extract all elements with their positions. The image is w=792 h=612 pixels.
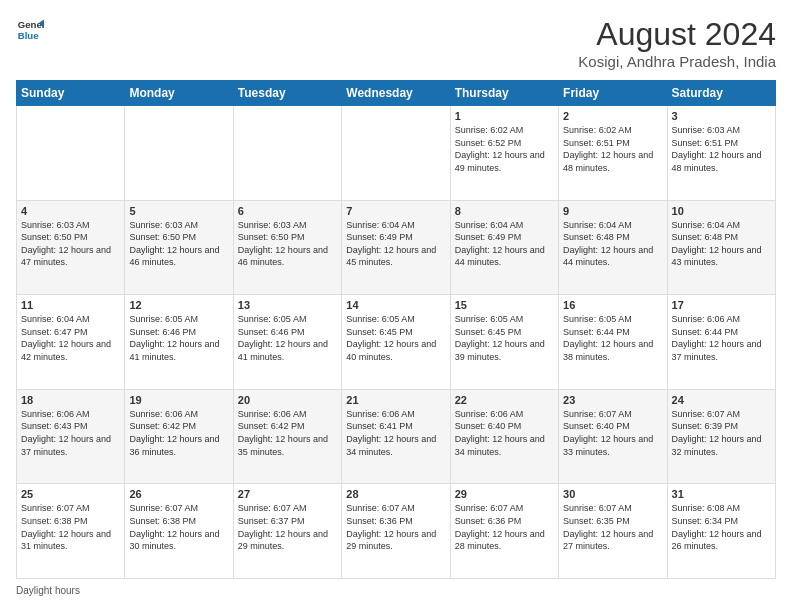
day-info: Sunrise: 6:07 AM Sunset: 6:36 PM Dayligh… [346, 502, 445, 552]
calendar-cell: 2Sunrise: 6:02 AM Sunset: 6:51 PM Daylig… [559, 106, 667, 201]
calendar-cell: 24Sunrise: 6:07 AM Sunset: 6:39 PM Dayli… [667, 389, 775, 484]
calendar-cell: 16Sunrise: 6:05 AM Sunset: 6:44 PM Dayli… [559, 295, 667, 390]
day-info: Sunrise: 6:02 AM Sunset: 6:51 PM Dayligh… [563, 124, 662, 174]
day-info: Sunrise: 6:07 AM Sunset: 6:36 PM Dayligh… [455, 502, 554, 552]
day-info: Sunrise: 6:03 AM Sunset: 6:50 PM Dayligh… [238, 219, 337, 269]
calendar-cell: 6Sunrise: 6:03 AM Sunset: 6:50 PM Daylig… [233, 200, 341, 295]
calendar-cell [17, 106, 125, 201]
day-info: Sunrise: 6:06 AM Sunset: 6:43 PM Dayligh… [21, 408, 120, 458]
day-info: Sunrise: 6:05 AM Sunset: 6:44 PM Dayligh… [563, 313, 662, 363]
calendar-cell: 3Sunrise: 6:03 AM Sunset: 6:51 PM Daylig… [667, 106, 775, 201]
day-number: 15 [455, 299, 554, 311]
calendar-cell: 29Sunrise: 6:07 AM Sunset: 6:36 PM Dayli… [450, 484, 558, 579]
week-row-3: 11Sunrise: 6:04 AM Sunset: 6:47 PM Dayli… [17, 295, 776, 390]
calendar-cell: 26Sunrise: 6:07 AM Sunset: 6:38 PM Dayli… [125, 484, 233, 579]
logo-icon: General Blue [16, 16, 44, 44]
day-info: Sunrise: 6:03 AM Sunset: 6:50 PM Dayligh… [129, 219, 228, 269]
day-number: 30 [563, 488, 662, 500]
weekday-header-monday: Monday [125, 81, 233, 106]
day-number: 14 [346, 299, 445, 311]
day-number: 16 [563, 299, 662, 311]
day-info: Sunrise: 6:04 AM Sunset: 6:48 PM Dayligh… [563, 219, 662, 269]
day-number: 17 [672, 299, 771, 311]
title-block: August 2024 Kosigi, Andhra Pradesh, Indi… [578, 16, 776, 70]
calendar-cell: 23Sunrise: 6:07 AM Sunset: 6:40 PM Dayli… [559, 389, 667, 484]
calendar-cell [342, 106, 450, 201]
header: General Blue August 2024 Kosigi, Andhra … [16, 16, 776, 70]
main-title: August 2024 [578, 16, 776, 53]
day-number: 9 [563, 205, 662, 217]
calendar-cell: 11Sunrise: 6:04 AM Sunset: 6:47 PM Dayli… [17, 295, 125, 390]
day-number: 21 [346, 394, 445, 406]
day-number: 10 [672, 205, 771, 217]
day-number: 25 [21, 488, 120, 500]
day-info: Sunrise: 6:04 AM Sunset: 6:49 PM Dayligh… [346, 219, 445, 269]
day-info: Sunrise: 6:06 AM Sunset: 6:40 PM Dayligh… [455, 408, 554, 458]
day-number: 5 [129, 205, 228, 217]
calendar-cell: 19Sunrise: 6:06 AM Sunset: 6:42 PM Dayli… [125, 389, 233, 484]
day-number: 4 [21, 205, 120, 217]
calendar-cell: 1Sunrise: 6:02 AM Sunset: 6:52 PM Daylig… [450, 106, 558, 201]
day-info: Sunrise: 6:06 AM Sunset: 6:41 PM Dayligh… [346, 408, 445, 458]
calendar-cell: 10Sunrise: 6:04 AM Sunset: 6:48 PM Dayli… [667, 200, 775, 295]
subtitle: Kosigi, Andhra Pradesh, India [578, 53, 776, 70]
day-info: Sunrise: 6:07 AM Sunset: 6:38 PM Dayligh… [129, 502, 228, 552]
weekday-header-saturday: Saturday [667, 81, 775, 106]
day-info: Sunrise: 6:06 AM Sunset: 6:42 PM Dayligh… [238, 408, 337, 458]
day-number: 27 [238, 488, 337, 500]
day-number: 20 [238, 394, 337, 406]
day-number: 31 [672, 488, 771, 500]
day-number: 22 [455, 394, 554, 406]
weekday-header-sunday: Sunday [17, 81, 125, 106]
day-number: 3 [672, 110, 771, 122]
day-number: 12 [129, 299, 228, 311]
day-info: Sunrise: 6:08 AM Sunset: 6:34 PM Dayligh… [672, 502, 771, 552]
day-info: Sunrise: 6:05 AM Sunset: 6:46 PM Dayligh… [129, 313, 228, 363]
calendar-cell: 21Sunrise: 6:06 AM Sunset: 6:41 PM Dayli… [342, 389, 450, 484]
day-number: 19 [129, 394, 228, 406]
calendar-cell: 31Sunrise: 6:08 AM Sunset: 6:34 PM Dayli… [667, 484, 775, 579]
calendar-cell: 22Sunrise: 6:06 AM Sunset: 6:40 PM Dayli… [450, 389, 558, 484]
day-info: Sunrise: 6:03 AM Sunset: 6:51 PM Dayligh… [672, 124, 771, 174]
calendar-cell: 27Sunrise: 6:07 AM Sunset: 6:37 PM Dayli… [233, 484, 341, 579]
calendar-cell: 18Sunrise: 6:06 AM Sunset: 6:43 PM Dayli… [17, 389, 125, 484]
day-number: 7 [346, 205, 445, 217]
weekday-header-row: SundayMondayTuesdayWednesdayThursdayFrid… [17, 81, 776, 106]
calendar-cell: 20Sunrise: 6:06 AM Sunset: 6:42 PM Dayli… [233, 389, 341, 484]
calendar-cell: 12Sunrise: 6:05 AM Sunset: 6:46 PM Dayli… [125, 295, 233, 390]
day-info: Sunrise: 6:06 AM Sunset: 6:44 PM Dayligh… [672, 313, 771, 363]
logo: General Blue [16, 16, 44, 44]
daylight-label: Daylight hours [16, 585, 80, 596]
calendar-cell: 8Sunrise: 6:04 AM Sunset: 6:49 PM Daylig… [450, 200, 558, 295]
calendar-cell: 13Sunrise: 6:05 AM Sunset: 6:46 PM Dayli… [233, 295, 341, 390]
calendar-table: SundayMondayTuesdayWednesdayThursdayFrid… [16, 80, 776, 579]
day-info: Sunrise: 6:07 AM Sunset: 6:40 PM Dayligh… [563, 408, 662, 458]
weekday-header-tuesday: Tuesday [233, 81, 341, 106]
calendar-cell: 15Sunrise: 6:05 AM Sunset: 6:45 PM Dayli… [450, 295, 558, 390]
page: General Blue August 2024 Kosigi, Andhra … [0, 0, 792, 612]
day-number: 2 [563, 110, 662, 122]
day-info: Sunrise: 6:04 AM Sunset: 6:48 PM Dayligh… [672, 219, 771, 269]
day-info: Sunrise: 6:03 AM Sunset: 6:50 PM Dayligh… [21, 219, 120, 269]
day-info: Sunrise: 6:04 AM Sunset: 6:47 PM Dayligh… [21, 313, 120, 363]
svg-text:Blue: Blue [18, 30, 39, 41]
day-number: 18 [21, 394, 120, 406]
calendar-cell: 28Sunrise: 6:07 AM Sunset: 6:36 PM Dayli… [342, 484, 450, 579]
day-number: 28 [346, 488, 445, 500]
day-number: 11 [21, 299, 120, 311]
svg-text:General: General [18, 19, 44, 30]
footer: Daylight hours [16, 585, 776, 596]
calendar-cell: 14Sunrise: 6:05 AM Sunset: 6:45 PM Dayli… [342, 295, 450, 390]
day-number: 26 [129, 488, 228, 500]
day-info: Sunrise: 6:07 AM Sunset: 6:39 PM Dayligh… [672, 408, 771, 458]
day-info: Sunrise: 6:05 AM Sunset: 6:45 PM Dayligh… [455, 313, 554, 363]
day-number: 13 [238, 299, 337, 311]
day-number: 6 [238, 205, 337, 217]
week-row-4: 18Sunrise: 6:06 AM Sunset: 6:43 PM Dayli… [17, 389, 776, 484]
weekday-header-wednesday: Wednesday [342, 81, 450, 106]
day-info: Sunrise: 6:02 AM Sunset: 6:52 PM Dayligh… [455, 124, 554, 174]
day-info: Sunrise: 6:07 AM Sunset: 6:35 PM Dayligh… [563, 502, 662, 552]
day-info: Sunrise: 6:05 AM Sunset: 6:45 PM Dayligh… [346, 313, 445, 363]
calendar-cell: 25Sunrise: 6:07 AM Sunset: 6:38 PM Dayli… [17, 484, 125, 579]
calendar-cell: 30Sunrise: 6:07 AM Sunset: 6:35 PM Dayli… [559, 484, 667, 579]
